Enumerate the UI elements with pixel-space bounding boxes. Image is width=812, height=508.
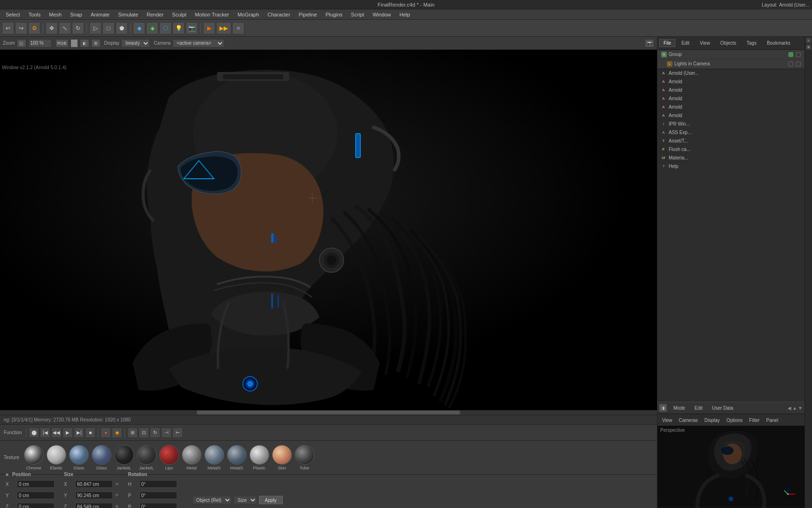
arnold-item-4[interactable]: A Arnold (657, 103, 804, 111)
mode-down-arrow[interactable]: ▼ (798, 405, 803, 411)
anim-play[interactable]: ▶ (62, 428, 73, 438)
material-lips[interactable]: Lips (158, 444, 180, 471)
material-jacketl[interactable]: JacketL (113, 444, 135, 471)
obj-group-check[interactable] (789, 52, 793, 57)
color-btn-rgb[interactable]: RGB (55, 39, 69, 48)
size-mode-select[interactable]: Size (234, 496, 257, 504)
menu-window[interactable]: Window (369, 11, 395, 18)
toolbar-new-mat[interactable]: ◆ (133, 22, 145, 34)
apply-button[interactable]: Apply (259, 496, 283, 504)
obj-lights-check[interactable] (789, 62, 793, 66)
menu-mograph[interactable]: MoGraph (234, 11, 263, 18)
anim-key[interactable]: ⬤ (29, 428, 39, 438)
menu-render[interactable]: Render (143, 11, 167, 18)
arnold-item-2[interactable]: A Arnold (657, 86, 804, 95)
obj-group[interactable]: G Group (657, 50, 804, 59)
menu-snap[interactable]: Snap (66, 11, 86, 18)
rs-close[interactable]: × (806, 38, 812, 43)
zoom-fit-btn[interactable]: ◱ (17, 39, 26, 48)
obj-lights[interactable]: L Lights in Camera (657, 59, 804, 69)
material-chrome[interactable]: Chrome (23, 444, 45, 471)
menu-script[interactable]: Script (347, 11, 368, 18)
material-metals[interactable]: MetalS (203, 444, 225, 471)
rp-tab-edit[interactable]: Edit (677, 39, 694, 47)
rp-tab-view[interactable]: View (695, 39, 714, 47)
toolbar-camera[interactable]: 📷 (186, 22, 198, 34)
mode-tab-mode[interactable]: Mode (669, 405, 690, 412)
material-elastic[interactable]: Elastic (46, 444, 67, 471)
anim-snap[interactable]: ⊡ (139, 428, 149, 438)
material-glass2[interactable]: Glass (91, 444, 112, 471)
mode-up-arrow[interactable]: ▲ (792, 405, 797, 411)
material-jacketl2[interactable]: JacketL (136, 444, 157, 471)
menu-simulate[interactable]: Simulate (114, 11, 142, 18)
menu-pipeline[interactable]: Pipeline (295, 11, 321, 18)
rot-p-input[interactable] (140, 492, 177, 499)
pos-z-input[interactable] (17, 503, 55, 508)
toolbar-live-select[interactable]: ▷ (89, 22, 102, 34)
toolbar-field[interactable]: ⬡ (159, 22, 172, 34)
obj-group-vis[interactable] (796, 52, 801, 57)
vp-tab-cameras[interactable]: Cameras (677, 417, 700, 424)
color-expand[interactable]: ⊞ (91, 39, 101, 48)
material-skin[interactable]: Skin (271, 444, 293, 471)
toolbar-render-settings[interactable]: ⚙ (28, 22, 40, 34)
anim-play-rev[interactable]: ◀◀ (51, 428, 62, 438)
toolbar-move[interactable]: ✥ (46, 22, 58, 34)
rp-tab-bookmarks[interactable]: Bookmarks (763, 39, 795, 47)
obj-lights-vis[interactable] (796, 62, 801, 66)
arnold-item-help[interactable]: ? Help (657, 162, 804, 171)
rot-b-input[interactable] (140, 503, 177, 508)
size-y-input[interactable] (75, 492, 113, 499)
layout-selector[interactable]: Layout: Arnold (User... (759, 0, 812, 9)
zoom-input[interactable] (28, 39, 52, 48)
viewport-snapshot[interactable]: 📸 (645, 39, 654, 48)
color-toggle[interactable]: ◐ (80, 39, 89, 48)
rp-tab-file[interactable]: File (659, 39, 675, 47)
vp-tab-display[interactable]: Display (703, 417, 722, 424)
anim-loop[interactable]: ↻ (150, 428, 160, 438)
size-x-input[interactable] (75, 480, 113, 488)
arnold-item-ipr[interactable]: I IPR Win... (657, 120, 804, 128)
toolbar-render[interactable]: ▶▶ (216, 22, 231, 34)
menu-mesh[interactable]: Mesh (45, 11, 65, 18)
toolbar-undo[interactable]: ↩ (2, 22, 14, 34)
anim-prev-key[interactable]: |◀ (40, 428, 50, 438)
mode-prev-arrow[interactable]: ◀ (788, 405, 791, 411)
menu-sculpt[interactable]: Sculpt (168, 11, 190, 18)
arnold-item-0[interactable]: A Arnold (User... (657, 69, 804, 78)
material-metals2[interactable]: MetalS (226, 444, 248, 471)
arnold-item-1[interactable]: A Arnold (657, 78, 804, 86)
arnold-item-material[interactable]: M Materia... (657, 154, 804, 162)
anim-timeline-end[interactable]: ⊢ (172, 428, 183, 438)
vp-tab-filter[interactable]: Filter (747, 417, 761, 424)
anim-next-key[interactable]: ▶| (74, 428, 84, 438)
arnold-item-flush[interactable]: F Flush ca... (657, 145, 804, 154)
arnold-item-ass[interactable]: A ASS Exp... (657, 128, 804, 137)
anim-timeline-start[interactable]: ⊣ (161, 428, 172, 438)
rp-tab-tags[interactable]: Tags (742, 39, 761, 47)
scrollbar-thumb[interactable] (197, 411, 460, 414)
mode-tab-user[interactable]: User Data (707, 405, 738, 412)
menu-character[interactable]: Character (264, 11, 294, 18)
arnold-item-5[interactable]: A Arnold (657, 111, 804, 120)
toolbar-scale[interactable]: ⤡ (59, 22, 71, 34)
anim-stop[interactable]: ■ (85, 428, 95, 438)
toolbar-box-select[interactable]: □ (102, 22, 115, 34)
anim-record[interactable]: ● (101, 428, 111, 438)
toolbar-rotate[interactable]: ↻ (72, 22, 84, 34)
material-metal[interactable]: Metal (181, 444, 203, 471)
viewport-scrollbar-h[interactable] (0, 410, 657, 415)
anim-grid[interactable]: ⊞ (127, 428, 138, 438)
menu-animate[interactable]: Animate (87, 11, 113, 18)
toolbar-deformer[interactable]: ◈ (146, 22, 158, 34)
arnold-item-asset[interactable]: T Asset/T... (657, 137, 804, 145)
viewport-canvas[interactable] (0, 50, 657, 410)
rot-h-input[interactable] (140, 480, 177, 488)
toolbar-light[interactable]: 💡 (172, 22, 185, 34)
menu-motion-tracker[interactable]: Motion Tracker (191, 11, 233, 18)
rs-pin[interactable]: ◈ (806, 44, 812, 50)
vp-tab-panel[interactable]: Panel (765, 417, 781, 424)
camera-select[interactable]: <active camera> (172, 39, 224, 48)
color-swatch[interactable] (70, 39, 78, 48)
